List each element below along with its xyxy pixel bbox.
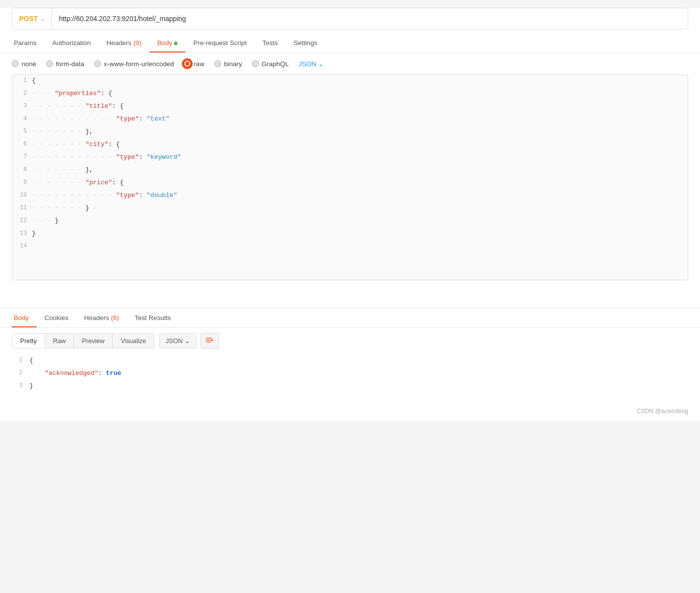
- chevron-down-icon: ⌄: [41, 16, 45, 22]
- response-tab-test-results[interactable]: Test Results: [127, 308, 179, 327]
- view-btn-raw[interactable]: Raw: [45, 334, 74, 348]
- response-tabs-row: Body Cookies Headers (6) Test Results: [0, 308, 700, 328]
- chevron-down-icon: ⌄: [185, 337, 190, 345]
- response-code-area: 1 { 2 "acknowledged": true 3 }: [12, 354, 688, 392]
- code-line-12: 12 · · · }: [12, 215, 688, 228]
- code-line-14: 14: [12, 241, 688, 253]
- radio-none[interactable]: none: [12, 60, 36, 68]
- main-container: POST ⌄ Params Authorization Headers (9) …: [0, 8, 700, 420]
- wrap-button[interactable]: [200, 333, 219, 349]
- radio-circle-none: [12, 60, 19, 67]
- radio-circle-urlencoded: [94, 60, 101, 67]
- view-btn-group: Pretty Raw Preview Visualize: [12, 333, 154, 348]
- method-selector[interactable]: POST ⌄: [12, 8, 52, 29]
- response-line-3: 3 }: [12, 379, 688, 392]
- wrap-icon: [206, 337, 214, 344]
- method-label: POST: [19, 15, 38, 23]
- response-line-1: 1 {: [12, 354, 688, 367]
- code-line-6: 6 · · · · · · · "city": {: [12, 139, 688, 151]
- headers-badge: (9): [133, 39, 142, 47]
- tab-settings[interactable]: Settings: [286, 33, 325, 52]
- code-line-9: 9 · · · · · · · "price": {: [12, 177, 688, 190]
- code-line-5: 5 · · · · · · · },: [12, 126, 688, 139]
- radio-urlencoded[interactable]: x-www-form-urlencoded: [94, 60, 174, 68]
- code-line-11: 11 · · · · · · · }: [12, 202, 688, 215]
- radio-circle-form-data: [46, 60, 53, 67]
- json-format-dropdown[interactable]: JSON ⌄: [299, 60, 324, 68]
- code-line-1: 1 {: [12, 75, 688, 88]
- response-tab-body[interactable]: Body: [12, 308, 37, 327]
- code-line-7: 7 · · · · · · · · · · · "type": "keyword…: [12, 151, 688, 164]
- view-btn-visualize[interactable]: Visualize: [113, 334, 154, 348]
- tab-pre-request[interactable]: Pre-request Script: [185, 33, 254, 52]
- response-line-2: 2 "acknowledged": true: [12, 367, 688, 379]
- response-tab-headers[interactable]: Headers (6): [76, 308, 127, 327]
- chevron-down-icon: ⌄: [318, 60, 324, 68]
- code-line-8: 8 · · · · · · · },: [12, 164, 688, 177]
- body-active-dot: [174, 42, 177, 45]
- tab-tests[interactable]: Tests: [254, 33, 286, 52]
- code-line-13: 13 }: [12, 228, 688, 241]
- response-json-format-dropdown[interactable]: JSON ⌄: [159, 333, 197, 348]
- url-input[interactable]: [52, 8, 688, 29]
- code-line-2: 2 · · · "properties": {: [12, 88, 688, 100]
- radio-raw[interactable]: raw: [184, 60, 204, 68]
- code-line-4: 4 · · · · · · · · · · · "type": "text": [12, 113, 688, 126]
- url-bar: POST ⌄: [12, 8, 688, 29]
- response-headers-badge: (6): [111, 314, 119, 321]
- tab-authorization[interactable]: Authorization: [45, 33, 99, 52]
- radio-form-data[interactable]: form-data: [46, 60, 84, 68]
- body-type-row: none form-data x-www-form-urlencoded raw…: [0, 53, 700, 74]
- watermark: CSDN @wzerofeng: [0, 404, 700, 420]
- code-line-3: 3 · · · · · · · "title": {: [12, 100, 688, 113]
- view-btn-preview[interactable]: Preview: [74, 334, 113, 348]
- radio-graphql[interactable]: GraphQL: [252, 60, 289, 68]
- tab-headers[interactable]: Headers (9): [99, 33, 149, 52]
- tab-params[interactable]: Params: [12, 33, 45, 52]
- request-tabs-row: Params Authorization Headers (9) Body Pr…: [0, 33, 700, 53]
- code-editor[interactable]: 1 { 2 · · · "properties": { 3 · · · · · …: [12, 74, 688, 280]
- tab-body[interactable]: Body: [150, 33, 186, 52]
- code-line-10: 10 · · · · · · · · · · · "type": "double…: [12, 190, 688, 202]
- radio-circle-raw: [184, 60, 191, 67]
- radio-binary[interactable]: binary: [214, 60, 242, 68]
- view-btn-pretty[interactable]: Pretty: [12, 334, 45, 348]
- response-tab-cookies[interactable]: Cookies: [37, 308, 76, 327]
- response-view-row: Pretty Raw Preview Visualize JSON ⌄: [0, 328, 700, 354]
- radio-circle-graphql: [252, 60, 259, 67]
- radio-circle-binary: [214, 60, 221, 67]
